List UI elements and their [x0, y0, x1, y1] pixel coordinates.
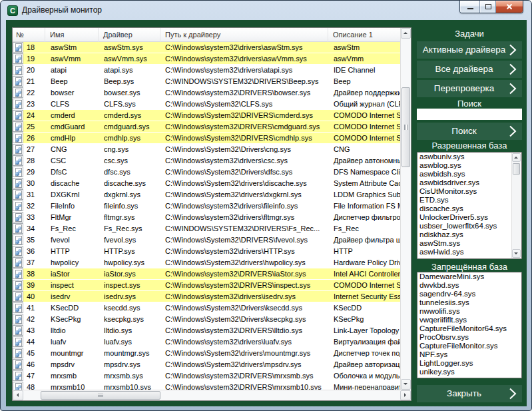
minimize-button[interactable]: [460, 1, 480, 13]
list-item[interactable]: DamewareMini.sys: [417, 272, 521, 281]
table-row[interactable]: 37hwpolicyhwpolicy.sysC:\Windows\System3…: [13, 257, 400, 268]
col-header-desc[interactable]: Описание 1: [328, 28, 400, 42]
list-item[interactable]: tunnelesiis.sys: [417, 298, 521, 307]
cell-name: DXGKrnl: [45, 189, 99, 201]
list-item[interactable]: ProcObsrv.sys: [417, 333, 521, 342]
active-drivers-button[interactable]: Активные драйвера: [417, 41, 522, 59]
scroll-left-button[interactable]: [13, 390, 23, 400]
table-row[interactable]: 47mrxsmbmrxsmb.sysC:\Windows\system32\DR…: [13, 370, 400, 382]
scroll-down-button[interactable]: [401, 379, 411, 390]
scroll-right-button[interactable]: [400, 390, 411, 400]
scroll-up-button[interactable]: [512, 153, 521, 162]
list-item[interactable]: dwvkbd.sys: [417, 281, 521, 290]
col-header-driver[interactable]: Драйвер: [99, 28, 160, 42]
list-item[interactable]: sagendrv-64.sys: [417, 290, 521, 298]
table-row[interactable]: 44luafvluafv.sysC:\Windows\system32\driv…: [13, 336, 400, 348]
table-row[interactable]: 36HTTPHTTP.sysC:\Windows\system32\driver…: [13, 246, 400, 257]
list-item[interactable]: ETD.sys: [417, 196, 521, 205]
table-row[interactable]: 43lltdiolltdio.sysC:\Windows\system32\DR…: [13, 325, 400, 336]
cell-path: C:\Windows\system32\DRIVERS\cmdguard.sys: [160, 121, 328, 133]
cell-path: C:\Windows\System32\DRIVERS\fvevol.sys: [160, 234, 328, 246]
list-item[interactable]: ndiskhaz.sys: [417, 230, 521, 239]
table-row[interactable]: 34Fs_RecFs_Rec.sysC:\WINDOWS\SYSTEM32\DR…: [13, 223, 400, 234]
cell-num: 43: [27, 325, 35, 336]
list-item[interactable]: aswbidsdriver.sys: [417, 179, 521, 187]
table-row[interactable]: 45mountmgrmountmgr.sysC:\Windows\System3…: [13, 348, 400, 359]
table-row[interactable]: 18aswStmaswStm.sysC:\Windows\system32\dr…: [13, 42, 400, 53]
cell-name: discache: [45, 178, 99, 189]
table-row[interactable]: 31DXGKrnldxgkrnl.sysC:\Windows\System32\…: [13, 189, 400, 201]
vertical-scroll-thumb[interactable]: [401, 87, 410, 167]
list-item[interactable]: aswStm.sys: [417, 239, 521, 248]
table-row[interactable]: 19aswVmmaswVmm.sysC:\Windows\system32\dr…: [13, 53, 400, 65]
scroll-up-button[interactable]: [401, 28, 411, 39]
search-button[interactable]: Поиск: [417, 123, 522, 140]
cell-driver: discache.sys: [99, 178, 160, 189]
chevron-right-icon: [509, 44, 517, 56]
table-row[interactable]: 48mrxsmb10mrxsmb10.sysC:\Windows\system3…: [13, 382, 400, 390]
table-row[interactable]: 23CLFSCLFS.sysC:\Windows\System32\CLFS.s…: [13, 99, 400, 110]
col-header-name[interactable]: Имя: [45, 28, 99, 42]
list-item[interactable]: vwqeriififlt.sys: [417, 316, 521, 324]
table-row[interactable]: 21BeepBeep.sysC:\WINDOWS\SYSTEM32\DRIVER…: [13, 76, 400, 87]
table-row[interactable]: 46mpsdrvmpsdrv.sysC:\Windows\System32\dr…: [13, 359, 400, 370]
table-row[interactable]: 32FileInfofileinfo.sysC:\Windows\system3…: [13, 201, 400, 212]
table-row[interactable]: 27CNGcng.sysC:\Windows\System32\Drivers\…: [13, 144, 400, 155]
list-item[interactable]: NPF.sys: [417, 350, 521, 359]
list-item[interactable]: CaptureFileMonitor.sys: [417, 342, 521, 350]
list-item[interactable]: CaptureFileMonitor64.sys: [417, 324, 521, 333]
driver-file-icon: [13, 257, 23, 268]
list-item[interactable]: aswbidsh.sys: [417, 170, 521, 179]
list-item[interactable]: usbser_lowerfltx64.sys: [417, 222, 521, 230]
banned-db-list: DamewareMini.sysdwvkbd.syssagendrv-64.sy…: [417, 272, 522, 378]
table-header: № Имя Драйвер Путь к драйверу Описание 1: [13, 28, 400, 42]
table-row[interactable]: 39inspectinspect.sysC:\Windows\system32\…: [13, 280, 400, 291]
table-row[interactable]: 35fvevolfvevol.sysC:\Windows\System32\DR…: [13, 234, 400, 246]
table-row[interactable]: 24cmderdcmderd.sysC:\Windows\System32\DR…: [13, 110, 400, 121]
cell-path: C:\Windows\system32\DRIVERS\inspect.sys: [160, 280, 328, 291]
cell-name: FileInfo: [45, 201, 99, 212]
table-vertical-scrollbar[interactable]: [400, 28, 411, 390]
cell-driver: fltmgr.sys: [99, 212, 160, 223]
table-row[interactable]: 42KSecPkgksecpkg.sysC:\Windows\System32\…: [13, 314, 400, 325]
cell-num: 48: [27, 382, 35, 390]
list-item[interactable]: CisUtMonitor.sys: [417, 187, 521, 196]
table-row[interactable]: 38iaStoriaStor.sysC:\Windows\system32\DR…: [13, 268, 400, 280]
list-item[interactable]: LightLogger.sys: [417, 359, 521, 368]
list-scroll-thumb[interactable]: [513, 163, 520, 175]
search-input[interactable]: [417, 109, 522, 120]
cell-num: 26: [27, 133, 35, 144]
scroll-down-button[interactable]: [512, 249, 521, 258]
cell-driver: cmdguard.sys: [99, 121, 160, 133]
cell-driver: HTTP.sys: [99, 246, 160, 257]
cell-num: 40: [27, 291, 35, 302]
recheck-button[interactable]: Перепроверка: [417, 80, 522, 97]
table-row[interactable]: 25cmdGuardcmdguard.sysC:\Windows\system3…: [13, 121, 400, 133]
table-row[interactable]: 26cmdHlpcmdhlp.sysC:\Windows\System32\DR…: [13, 133, 400, 144]
list-item[interactable]: discache.sys: [417, 205, 521, 213]
table-row[interactable]: 22bowserbowser.sysC:\Windows\system32\DR…: [13, 87, 400, 99]
list-item[interactable]: UnlockerDriver5.sys: [417, 213, 521, 222]
table-row[interactable]: 28CSCcsc.sysC:\Windows\system32\drivers\…: [13, 155, 400, 167]
close-window-button[interactable]: Закрыть: [417, 385, 522, 402]
table-row[interactable]: 33FltMgrfltmgr.sysC:\Windows\system32\dr…: [13, 212, 400, 223]
table-row[interactable]: 40isedrvisedrv.sysC:\Windows\system32\dr…: [13, 291, 400, 302]
table-row[interactable]: 20atapiatapi.sysC:\Windows\system32\driv…: [13, 65, 400, 76]
list-item[interactable]: aswbuniv.sys: [417, 153, 521, 161]
table-row[interactable]: 41KSecDDksecdd.sysC:\Windows\System32\Dr…: [13, 302, 400, 314]
all-drivers-button[interactable]: Все драйвера: [417, 61, 522, 78]
horizontal-scroll-thumb[interactable]: [41, 391, 160, 400]
list-item[interactable]: aswblog.sys: [417, 161, 521, 170]
list-item[interactable]: unikey.sys: [417, 368, 521, 376]
table-row[interactable]: 30discachediscache.sysC:\Windows\System3…: [13, 178, 400, 189]
col-header-path[interactable]: Путь к драйверу: [160, 28, 328, 42]
list-item[interactable]: nwwolifi.sys: [417, 307, 521, 316]
list-item[interactable]: aswHwid.sys: [417, 248, 521, 256]
allowed-list-scrollbar[interactable]: [511, 153, 521, 258]
close-button[interactable]: [496, 1, 523, 13]
maximize-button[interactable]: [480, 1, 496, 13]
table-horizontal-scrollbar[interactable]: [13, 390, 411, 400]
cell-desc: Виртуализация файл: [328, 336, 400, 348]
col-header-num[interactable]: №: [13, 28, 45, 42]
table-row[interactable]: 29DfsCdfsc.sysC:\Windows\System32\Driver…: [13, 167, 400, 178]
